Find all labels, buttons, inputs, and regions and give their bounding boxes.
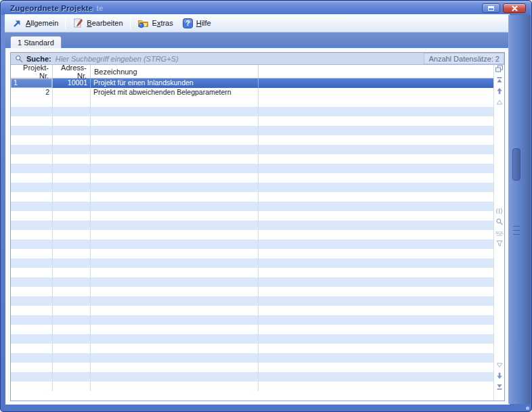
- cell[interactable]: [53, 202, 91, 211]
- cell[interactable]: [11, 239, 53, 249]
- cell[interactable]: [11, 107, 53, 116]
- cell[interactable]: [11, 230, 53, 239]
- column-header-projekt-nr-[interactable]: Projekt-Nr.: [11, 65, 53, 78]
- table-row-empty[interactable]: [11, 382, 493, 391]
- restore-button[interactable]: [482, 3, 500, 13]
- cell[interactable]: [259, 211, 493, 221]
- table-row-empty[interactable]: [11, 268, 493, 277]
- cell[interactable]: [11, 211, 53, 221]
- table-row-empty[interactable]: [11, 97, 493, 107]
- cell[interactable]: [53, 296, 91, 306]
- cell[interactable]: [259, 230, 493, 239]
- cell[interactable]: [11, 154, 53, 164]
- cell[interactable]: [53, 325, 91, 334]
- cell[interactable]: [53, 211, 91, 221]
- cell[interactable]: [53, 221, 91, 230]
- cell[interactable]: [53, 258, 91, 268]
- table-row-empty[interactable]: [11, 164, 493, 173]
- table-row-empty[interactable]: [11, 315, 493, 325]
- cell[interactable]: Projekt für einen Inlandskunden: [91, 78, 259, 88]
- table-row-empty[interactable]: [11, 239, 493, 249]
- cell[interactable]: [91, 183, 259, 192]
- cell[interactable]: 2: [11, 88, 53, 97]
- cell[interactable]: [11, 116, 53, 126]
- cell[interactable]: [259, 183, 493, 192]
- rail-magnifier-button[interactable]: [495, 219, 504, 227]
- cell[interactable]: [53, 382, 91, 391]
- cell[interactable]: [91, 230, 259, 239]
- cell[interactable]: [11, 344, 53, 353]
- cell[interactable]: [53, 126, 91, 135]
- cell[interactable]: [259, 202, 493, 211]
- table-row-empty[interactable]: [11, 353, 493, 363]
- table-row-empty[interactable]: [11, 126, 493, 135]
- cell[interactable]: [91, 107, 259, 116]
- table-row-empty[interactable]: [11, 221, 493, 230]
- cell[interactable]: [91, 287, 259, 296]
- cell[interactable]: [53, 183, 91, 192]
- resize-grip-icon[interactable]: [526, 407, 529, 410]
- column-header-adress-nr-[interactable]: Adress-Nr.: [53, 65, 91, 78]
- cell[interactable]: [53, 239, 91, 249]
- tab-standard[interactable]: 1 Standard: [10, 36, 62, 48]
- table-row-empty[interactable]: [11, 344, 493, 353]
- cell[interactable]: [259, 97, 493, 107]
- cell[interactable]: [91, 97, 259, 107]
- table-row-empty[interactable]: [11, 116, 493, 126]
- cell[interactable]: [91, 315, 259, 325]
- scrollbar-thumb[interactable]: [512, 148, 520, 181]
- cell[interactable]: [259, 277, 493, 287]
- cell[interactable]: [53, 97, 91, 107]
- cell[interactable]: [259, 145, 493, 154]
- cell[interactable]: [91, 277, 259, 287]
- column-header-bezeichnung[interactable]: Bezeichnung: [91, 65, 259, 78]
- cell[interactable]: [259, 154, 493, 164]
- close-button[interactable]: [503, 3, 526, 13]
- search-placeholder[interactable]: Hier Suchbegriff eingeben (STRG+S): [56, 55, 179, 63]
- cell[interactable]: [11, 183, 53, 192]
- cell[interactable]: [53, 277, 91, 287]
- cell[interactable]: [53, 353, 91, 363]
- cell[interactable]: [11, 173, 53, 183]
- cell[interactable]: [259, 325, 493, 334]
- cell[interactable]: [11, 249, 53, 258]
- table-row-empty[interactable]: [11, 334, 493, 344]
- cell[interactable]: [259, 315, 493, 325]
- cell[interactable]: [259, 116, 493, 126]
- cell[interactable]: [91, 353, 259, 363]
- table-row[interactable]: 2Projekt mit abweichenden Belegparameter…: [11, 88, 493, 97]
- cell[interactable]: [259, 88, 493, 97]
- cell[interactable]: [91, 382, 259, 391]
- cell[interactable]: [53, 363, 91, 372]
- table-row-empty[interactable]: [11, 145, 493, 154]
- cell[interactable]: [91, 249, 259, 258]
- cell[interactable]: [91, 135, 259, 145]
- cell[interactable]: [11, 382, 53, 391]
- cell[interactable]: [91, 363, 259, 372]
- cell[interactable]: [91, 145, 259, 154]
- rail-record-down-button[interactable]: [495, 372, 504, 380]
- cell[interactable]: [91, 211, 259, 221]
- cell[interactable]: [11, 372, 53, 382]
- toolbar-button-extras[interactable]: Extras: [133, 17, 178, 30]
- cell[interactable]: [11, 296, 53, 306]
- cell[interactable]: [91, 126, 259, 135]
- cell[interactable]: 10001: [53, 78, 91, 88]
- table-row-empty[interactable]: [11, 277, 493, 287]
- cell[interactable]: [91, 154, 259, 164]
- cell[interactable]: [91, 116, 259, 126]
- cell[interactable]: [91, 258, 259, 268]
- table-row[interactable]: 110001Projekt für einen Inlandskunden: [11, 78, 493, 88]
- cell[interactable]: [259, 78, 493, 88]
- cell[interactable]: [11, 202, 53, 211]
- rail-copy-button[interactable]: [495, 66, 504, 74]
- cell[interactable]: [259, 363, 493, 372]
- rail-record-up-button[interactable]: [495, 87, 504, 95]
- cell[interactable]: [91, 173, 259, 183]
- cell[interactable]: [259, 268, 493, 277]
- cell[interactable]: [259, 126, 493, 135]
- cell[interactable]: [11, 306, 53, 315]
- cell[interactable]: [259, 192, 493, 202]
- cell[interactable]: [53, 154, 91, 164]
- cell[interactable]: [53, 88, 91, 97]
